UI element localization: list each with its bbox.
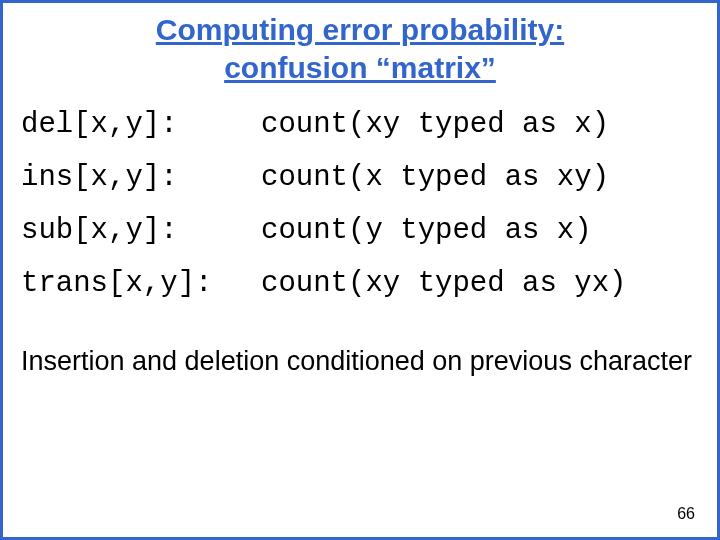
def-desc: count(xy typed as x): [261, 110, 699, 139]
slide-title: Computing error probability: confusion “…: [3, 3, 717, 92]
def-desc: count(y typed as x): [261, 216, 699, 245]
title-line-1: Computing error probability:: [156, 13, 564, 46]
definitions-table: del[x,y]: count(xy typed as x) ins[x,y]:…: [3, 92, 717, 310]
table-row: del[x,y]: count(xy typed as x): [21, 98, 699, 151]
table-row: trans[x,y]: count(xy typed as yx): [21, 257, 699, 310]
def-term: ins[x,y]:: [21, 163, 261, 192]
title-line-2: confusion “matrix”: [224, 51, 496, 84]
slide: Computing error probability: confusion “…: [0, 0, 720, 540]
def-desc: count(xy typed as yx): [261, 269, 699, 298]
def-term: sub[x,y]:: [21, 216, 261, 245]
page-number: 66: [677, 505, 695, 523]
def-term: trans[x,y]:: [21, 269, 261, 298]
footnote-text: Insertion and deletion conditioned on pr…: [3, 310, 717, 387]
def-term: del[x,y]:: [21, 110, 261, 139]
table-row: ins[x,y]: count(x typed as xy): [21, 151, 699, 204]
table-row: sub[x,y]: count(y typed as x): [21, 204, 699, 257]
def-desc: count(x typed as xy): [261, 163, 699, 192]
